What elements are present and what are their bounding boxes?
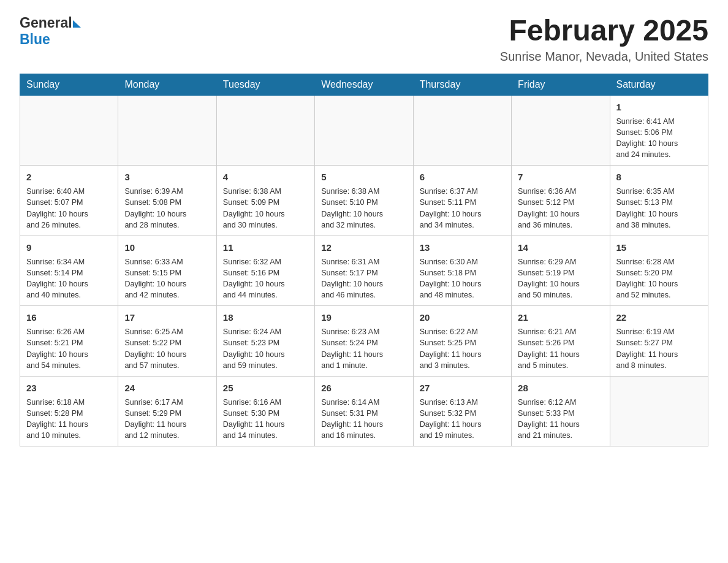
logo-arrow-icon [73, 20, 81, 28]
day-info: Sunrise: 6:40 AMSunset: 5:07 PMDaylight:… [26, 186, 112, 231]
day-info: Sunrise: 6:33 AMSunset: 5:15 PMDaylight:… [124, 256, 210, 301]
header-friday: Friday [512, 74, 610, 95]
page-header: General Blue February 2025 Sunrise Manor… [20, 15, 708, 64]
day-info: Sunrise: 6:19 AMSunset: 5:27 PMDaylight:… [616, 326, 702, 371]
day-info: Sunrise: 6:17 AMSunset: 5:29 PMDaylight:… [124, 397, 210, 442]
header-monday: Monday [118, 74, 216, 95]
day-number: 14 [518, 241, 603, 254]
day-number: 5 [321, 170, 406, 183]
calendar-table: Sunday Monday Tuesday Wednesday Thursday… [20, 74, 708, 447]
calendar-cell: 20Sunrise: 6:22 AMSunset: 5:25 PMDayligh… [413, 306, 511, 377]
calendar-cell [610, 376, 708, 446]
day-number: 15 [616, 241, 702, 254]
calendar-cell: 15Sunrise: 6:28 AMSunset: 5:20 PMDayligh… [610, 236, 708, 306]
day-info: Sunrise: 6:35 AMSunset: 5:13 PMDaylight:… [616, 186, 702, 231]
calendar-cell [118, 95, 216, 166]
calendar-cell [20, 95, 118, 166]
header-sunday: Sunday [20, 74, 118, 95]
calendar-cell [315, 95, 413, 166]
calendar-cell: 9Sunrise: 6:34 AMSunset: 5:14 PMDaylight… [20, 236, 118, 306]
logo: General Blue [20, 15, 81, 48]
day-info: Sunrise: 6:25 AMSunset: 5:22 PMDaylight:… [124, 326, 210, 371]
day-number: 22 [616, 311, 702, 324]
day-number: 23 [26, 381, 112, 394]
day-number: 10 [124, 241, 210, 254]
calendar-week-row: 23Sunrise: 6:18 AMSunset: 5:28 PMDayligh… [20, 376, 708, 446]
day-info: Sunrise: 6:29 AMSunset: 5:19 PMDaylight:… [518, 256, 603, 301]
day-info: Sunrise: 6:14 AMSunset: 5:31 PMDaylight:… [321, 397, 406, 442]
day-number: 19 [321, 311, 406, 324]
header-wednesday: Wednesday [315, 74, 413, 95]
day-info: Sunrise: 6:13 AMSunset: 5:32 PMDaylight:… [420, 397, 505, 442]
calendar-cell: 24Sunrise: 6:17 AMSunset: 5:29 PMDayligh… [118, 376, 216, 446]
day-info: Sunrise: 6:36 AMSunset: 5:12 PMDaylight:… [518, 186, 603, 231]
day-info: Sunrise: 6:38 AMSunset: 5:09 PMDaylight:… [223, 186, 308, 231]
day-number: 26 [321, 381, 406, 394]
header-tuesday: Tuesday [216, 74, 314, 95]
calendar-cell: 10Sunrise: 6:33 AMSunset: 5:15 PMDayligh… [118, 236, 216, 306]
day-info: Sunrise: 6:21 AMSunset: 5:26 PMDaylight:… [518, 326, 603, 371]
day-number: 7 [518, 170, 603, 183]
day-number: 12 [321, 241, 406, 254]
calendar-cell: 3Sunrise: 6:39 AMSunset: 5:08 PMDaylight… [118, 166, 216, 236]
calendar-subtitle: Sunrise Manor, Nevada, United States [500, 50, 708, 64]
day-info: Sunrise: 6:24 AMSunset: 5:23 PMDaylight:… [223, 326, 308, 371]
title-block: February 2025 Sunrise Manor, Nevada, Uni… [500, 15, 708, 64]
calendar-cell: 13Sunrise: 6:30 AMSunset: 5:18 PMDayligh… [413, 236, 511, 306]
header-saturday: Saturday [610, 74, 708, 95]
calendar-cell: 18Sunrise: 6:24 AMSunset: 5:23 PMDayligh… [216, 306, 314, 377]
calendar-cell: 17Sunrise: 6:25 AMSunset: 5:22 PMDayligh… [118, 306, 216, 377]
day-info: Sunrise: 6:28 AMSunset: 5:20 PMDaylight:… [616, 256, 702, 301]
day-number: 9 [26, 241, 112, 254]
calendar-cell: 2Sunrise: 6:40 AMSunset: 5:07 PMDaylight… [20, 166, 118, 236]
day-info: Sunrise: 6:31 AMSunset: 5:17 PMDaylight:… [321, 256, 406, 301]
calendar-title: February 2025 [500, 15, 708, 47]
day-number: 28 [518, 381, 603, 394]
day-number: 1 [616, 101, 702, 113]
calendar-week-row: 2Sunrise: 6:40 AMSunset: 5:07 PMDaylight… [20, 166, 708, 236]
day-info: Sunrise: 6:41 AMSunset: 5:06 PMDaylight:… [616, 116, 702, 161]
day-number: 21 [518, 311, 603, 324]
calendar-cell: 8Sunrise: 6:35 AMSunset: 5:13 PMDaylight… [610, 166, 708, 236]
day-info: Sunrise: 6:26 AMSunset: 5:21 PMDaylight:… [26, 326, 112, 371]
calendar-week-row: 1Sunrise: 6:41 AMSunset: 5:06 PMDaylight… [20, 95, 708, 166]
calendar-cell: 6Sunrise: 6:37 AMSunset: 5:11 PMDaylight… [413, 166, 511, 236]
calendar-cell: 11Sunrise: 6:32 AMSunset: 5:16 PMDayligh… [216, 236, 314, 306]
day-number: 3 [124, 170, 210, 183]
calendar-cell [216, 95, 314, 166]
calendar-cell: 28Sunrise: 6:12 AMSunset: 5:33 PMDayligh… [512, 376, 610, 446]
day-number: 4 [223, 170, 308, 183]
day-number: 24 [124, 381, 210, 394]
day-number: 20 [420, 311, 505, 324]
day-info: Sunrise: 6:39 AMSunset: 5:08 PMDaylight:… [124, 186, 210, 231]
calendar-week-row: 16Sunrise: 6:26 AMSunset: 5:21 PMDayligh… [20, 306, 708, 377]
logo-general-text: General [20, 15, 72, 31]
day-number: 18 [223, 311, 308, 324]
day-info: Sunrise: 6:23 AMSunset: 5:24 PMDaylight:… [321, 326, 406, 371]
day-number: 11 [223, 241, 308, 254]
calendar-week-row: 9Sunrise: 6:34 AMSunset: 5:14 PMDaylight… [20, 236, 708, 306]
day-info: Sunrise: 6:34 AMSunset: 5:14 PMDaylight:… [26, 256, 112, 301]
day-info: Sunrise: 6:18 AMSunset: 5:28 PMDaylight:… [26, 397, 112, 442]
calendar-cell: 14Sunrise: 6:29 AMSunset: 5:19 PMDayligh… [512, 236, 610, 306]
calendar-cell [413, 95, 511, 166]
calendar-cell: 25Sunrise: 6:16 AMSunset: 5:30 PMDayligh… [216, 376, 314, 446]
logo-blue-text: Blue [20, 31, 50, 47]
day-info: Sunrise: 6:22 AMSunset: 5:25 PMDaylight:… [420, 326, 505, 371]
calendar-cell: 23Sunrise: 6:18 AMSunset: 5:28 PMDayligh… [20, 376, 118, 446]
day-info: Sunrise: 6:38 AMSunset: 5:10 PMDaylight:… [321, 186, 406, 231]
day-number: 6 [420, 170, 505, 183]
day-number: 25 [223, 381, 308, 394]
calendar-header-row: Sunday Monday Tuesday Wednesday Thursday… [20, 74, 708, 95]
day-info: Sunrise: 6:32 AMSunset: 5:16 PMDaylight:… [223, 256, 308, 301]
day-number: 27 [420, 381, 505, 394]
day-info: Sunrise: 6:30 AMSunset: 5:18 PMDaylight:… [420, 256, 505, 301]
calendar-cell: 16Sunrise: 6:26 AMSunset: 5:21 PMDayligh… [20, 306, 118, 377]
calendar-cell: 12Sunrise: 6:31 AMSunset: 5:17 PMDayligh… [315, 236, 413, 306]
day-number: 13 [420, 241, 505, 254]
day-number: 16 [26, 311, 112, 324]
day-info: Sunrise: 6:37 AMSunset: 5:11 PMDaylight:… [420, 186, 505, 231]
day-number: 8 [616, 170, 702, 183]
calendar-cell: 4Sunrise: 6:38 AMSunset: 5:09 PMDaylight… [216, 166, 314, 236]
calendar-cell: 21Sunrise: 6:21 AMSunset: 5:26 PMDayligh… [512, 306, 610, 377]
